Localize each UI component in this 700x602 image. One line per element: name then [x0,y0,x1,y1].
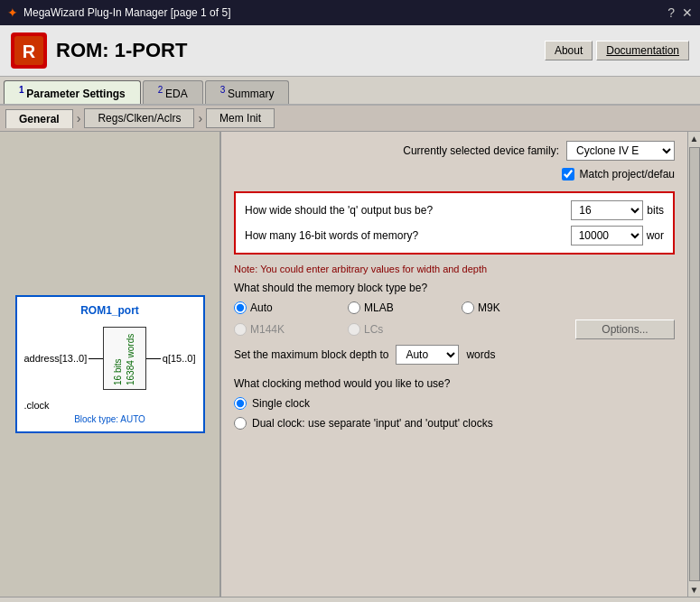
device-family-row: Currently selected device family: Cyclon… [234,141,675,161]
radio-m144k: M144K [234,323,342,336]
words-question: How many 16-bit words of memory? [245,229,418,242]
note-text: Note: You could enter arbitrary values f… [234,264,675,274]
radio-m144k-label: M144K [250,323,285,336]
single-clock-item: Single clock [234,397,675,410]
dual-clock-item: Dual clock: use separate 'input' and 'ou… [234,417,675,430]
radio-auto-input[interactable] [234,301,247,314]
radio-mlab-label: MLAB [364,301,394,314]
device-family-select[interactable]: Cyclone IV E [566,141,675,161]
bits-label: 16 bits [113,331,124,385]
diagram-box: ROM1_port address[13..0] 16 bits 16384 w… [15,295,205,433]
depth-unit: words [466,348,495,361]
depth-row: Set the maximum block depth to Auto 128 … [234,345,675,365]
close-button[interactable]: ✕ [682,5,693,20]
q-pin: q[15..0] [146,353,196,364]
left-panel: ROM1_port address[13..0] 16 bits 16384 w… [0,132,221,597]
device-family-label: Currently selected device family: [403,144,559,157]
radio-mlab: MLAB [348,301,456,314]
q-bus-unit: bits [647,204,664,217]
dual-clock-label: Dual clock: use separate 'input' and 'ou… [252,417,493,430]
radio-lcs: LCs [348,323,456,336]
address-pin: address[13..0] [24,353,104,364]
memory-block-question: What should the memory block type be? [234,282,675,294]
radio-lcs-label: LCs [364,323,383,336]
radio-mlab-input[interactable] [348,301,360,314]
right-panel: Currently selected device family: Cyclon… [221,132,687,597]
page-title: ROM: 1-PORT [56,39,187,62]
scroll-down[interactable]: ▼ [688,583,700,597]
single-clock-label: Single clock [252,397,310,410]
block-type-label: Block type: AUTO [24,414,196,424]
q-wire [146,358,161,359]
config-section: How wide should the 'q' output bus be? 1… [234,191,675,255]
app-logo: R [11,32,47,69]
q-bus-select[interactable]: 16 [571,200,643,220]
main-content: ROM1_port address[13..0] 16 bits 16384 w… [0,132,700,597]
words-label: 16384 words [126,331,136,385]
q-bus-row: How wide should the 'q' output bus be? 1… [245,200,664,220]
q-bus-question: How wide should the 'q' output bus be? [245,204,433,217]
right-pins: q[15..0] [146,353,196,364]
depth-label: Set the maximum block depth to [234,348,388,361]
clock-pin: .clock [24,400,196,411]
clocking-question: What clocking method would you like to u… [234,377,675,390]
scroll-thumb[interactable] [689,147,700,581]
step-tabs: 1 Parameter Settings 2 EDA 3 Summary [0,77,700,106]
radio-lcs-input [348,323,360,336]
address-wire [89,358,103,359]
scroll-up[interactable]: ▲ [688,132,700,145]
dual-clock-radio[interactable] [234,417,247,430]
radio-m9k: M9K [462,301,570,314]
header-area: R ROM: 1-PORT About Documentation [0,25,700,77]
match-checkbox[interactable] [562,168,574,181]
match-row: Match project/defau [234,168,675,181]
help-button[interactable]: ? [667,5,675,20]
radio-m9k-label: M9K [478,301,500,314]
single-clock-radio[interactable] [234,397,247,410]
match-label: Match project/defau [580,168,675,181]
svg-text:R: R [23,42,36,61]
diagram-title: ROM1_port [24,304,196,317]
subtab-regs[interactable]: Regs/Clken/Aclrs [84,108,194,128]
tab-eda[interactable]: 2 EDA [143,80,203,104]
sub-tabs: General › Regs/Clken/Aclrs › Mem Init [0,106,700,132]
subtab-general[interactable]: General [5,109,73,128]
diagram-center: 16 bits 16384 words [103,327,146,390]
words-unit: wor [647,229,664,242]
clock-options: Single clock Dual clock: use separate 'i… [234,397,675,430]
radio-auto-label: Auto [250,301,273,314]
tab-parameter-settings[interactable]: 1 Parameter Settings [4,80,141,104]
arrow-icon-1: › [73,111,85,125]
radio-m9k-input[interactable] [462,301,474,314]
radio-auto: Auto [234,301,342,314]
tab-summary[interactable]: 3 Summary [205,80,290,104]
scrollbar: ▲ ▼ [687,132,700,597]
bottom-nav: Cancel < Back Next > Finish [0,597,700,602]
depth-select[interactable]: Auto 128 256 512 [396,345,459,365]
app-icon: ✦ [7,5,18,20]
arrow-icon-2: › [194,111,206,125]
options-button[interactable]: Options... [575,320,675,339]
radio-m144k-input [234,323,247,336]
title-bar: ✦ MegaWizard Plug-In Manager [page 1 of … [0,0,700,25]
words-select[interactable]: 10000 [571,226,643,245]
left-pins: address[13..0] [24,353,104,364]
words-row: How many 16-bit words of memory? 10000 w… [245,226,664,245]
about-button[interactable]: About [545,41,593,60]
subtab-mem-init[interactable]: Mem Init [206,108,275,128]
documentation-button[interactable]: Documentation [596,41,689,60]
title-bar-text: MegaWizard Plug-In Manager [page 1 of 5] [23,6,230,19]
